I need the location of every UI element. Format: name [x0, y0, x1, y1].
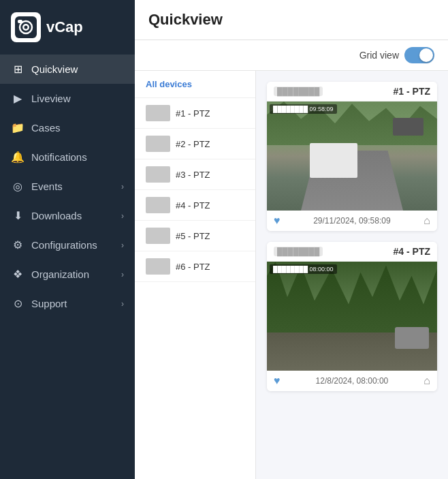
cam4-scene-bg: ████████ 08:00:00: [267, 262, 437, 371]
camera-4-image[interactable]: ████████ 08:00:00: [267, 262, 437, 371]
chevron-right-icon-5: ›: [121, 299, 124, 309]
device-thumbnail-3: [146, 166, 170, 183]
device-item-4[interactable]: #4 - PTZ: [135, 190, 255, 221]
device-name-6: #6 - PTZ: [176, 262, 210, 272]
camera-1-blur-label: ████████: [274, 87, 323, 96]
camera-1-image[interactable]: ████████ 09:58:09: [267, 102, 437, 211]
sidebar-item-organization[interactable]: ❖ Organization ›: [0, 260, 135, 289]
cam1-overlay-info: ████████ 09:58:09: [270, 104, 337, 114]
app-name: vCap: [46, 18, 83, 36]
camera-card-4: ████████ #4 - PTZ ████████ 08:00:00 ♥ 12…: [267, 242, 437, 391]
device-item-5[interactable]: #5 - PTZ: [135, 221, 255, 251]
device-item-1[interactable]: #1 - PTZ: [135, 98, 255, 129]
chevron-right-icon-4: ›: [121, 270, 124, 279]
sidebar-item-quickview[interactable]: ⊞ Quickview: [0, 55, 135, 84]
device-name-4: #4 - PTZ: [176, 200, 210, 211]
download-icon: ⬇: [11, 209, 25, 222]
page-title: Quickview: [148, 11, 223, 28]
svg-rect-4: [18, 20, 22, 23]
sidebar-label-quickview: Quickview: [31, 63, 124, 75]
home-icon-1[interactable]: ⌂: [423, 215, 430, 227]
camera-1-title: #1 - PTZ: [394, 86, 430, 97]
camera-grid: ████████ #1 - PTZ ████████ 09:58:09 ♥ 29…: [256, 71, 448, 479]
play-icon: ▶: [11, 92, 25, 105]
svg-point-3: [25, 26, 28, 29]
favorite-icon-1[interactable]: ♥: [274, 215, 281, 227]
chevron-right-icon-3: ›: [121, 241, 124, 250]
sidebar-label-notifications: Notifications: [31, 151, 124, 163]
org-icon: ❖: [11, 268, 25, 281]
cam4-car: [395, 327, 429, 349]
page-header: Quickview: [135, 0, 448, 40]
device-name-3: #3 - PTZ: [176, 170, 210, 180]
sidebar-item-downloads[interactable]: ⬇ Downloads ›: [0, 201, 135, 230]
camera-4-title: #4 - PTZ: [394, 246, 430, 257]
camera-1-footer: ♥ 29/11/2024, 09:58:09 ⌂: [267, 211, 437, 231]
device-thumbnail-2: [146, 136, 170, 152]
cam4-overlay-info: ████████ 08:00:00: [270, 264, 337, 274]
camera-4-blur-label: ████████: [274, 247, 323, 256]
sidebar-label-events: Events: [31, 181, 114, 192]
sidebar-item-notifications[interactable]: 🔔 Notifications: [0, 142, 135, 172]
camera-4-footer: ♥ 12/8/2024, 08:00:00 ⌂: [267, 371, 437, 391]
grid-icon: ⊞: [11, 63, 25, 76]
device-thumbnail-5: [146, 228, 170, 244]
device-item-2[interactable]: #2 - PTZ: [135, 129, 255, 159]
sidebar-item-cases[interactable]: 📁 Cases: [0, 113, 135, 142]
all-devices-header[interactable]: All devices: [135, 71, 255, 98]
content-area: All devices #1 - PTZ #2 - PTZ #3 - PTZ #…: [135, 71, 448, 479]
device-list: All devices #1 - PTZ #2 - PTZ #3 - PTZ #…: [135, 71, 256, 479]
device-name-5: #5 - PTZ: [176, 231, 210, 241]
sidebar-label-support: Support: [31, 298, 114, 309]
camera-card-1: ████████ #1 - PTZ ████████ 09:58:09 ♥ 29…: [267, 82, 437, 231]
sidebar-label-downloads: Downloads: [31, 210, 114, 221]
device-thumbnail-6: [146, 258, 170, 275]
bell-icon: 🔔: [11, 151, 25, 164]
chevron-right-icon: ›: [121, 182, 124, 191]
main-content: Quickview Grid view All devices #1 - PTZ…: [135, 0, 448, 479]
sidebar-label-configurations: Configurations: [31, 239, 114, 251]
device-item-6[interactable]: #6 - PTZ: [135, 251, 255, 282]
sidebar-item-events[interactable]: ◎ Events ›: [0, 172, 135, 201]
support-icon: ⊙: [11, 297, 25, 310]
chevron-right-icon-2: ›: [121, 211, 124, 221]
grid-view-toggle[interactable]: [404, 47, 434, 63]
camera-4-timestamp: 12/8/2024, 08:00:00: [316, 376, 389, 386]
device-name-1: #1 - PTZ: [176, 108, 210, 119]
sidebar-label-liveview: Liveview: [31, 93, 124, 104]
logo-icon: [11, 12, 41, 42]
camera-card-4-header: ████████ #4 - PTZ: [267, 242, 437, 262]
sidebar-item-support[interactable]: ⊙ Support ›: [0, 289, 135, 318]
device-name-2: #2 - PTZ: [176, 139, 210, 149]
circle-icon: ◎: [11, 180, 25, 193]
grid-view-label: Grid view: [359, 50, 399, 61]
favorite-icon-4[interactable]: ♥: [274, 375, 281, 387]
device-item-3[interactable]: #3 - PTZ: [135, 159, 255, 190]
sidebar-item-configurations[interactable]: ⚙ Configurations ›: [0, 230, 135, 260]
home-icon-4[interactable]: ⌂: [423, 375, 430, 387]
device-thumbnail-1: [146, 105, 170, 121]
camera-card-1-header: ████████ #1 - PTZ: [267, 82, 437, 102]
sidebar-label-cases: Cases: [31, 122, 124, 134]
sidebar: vCap ⊞ Quickview ▶ Liveview 📁 Cases 🔔 No…: [0, 0, 135, 479]
logo-area: vCap: [0, 0, 135, 55]
sidebar-item-liveview[interactable]: ▶ Liveview: [0, 84, 135, 113]
folder-icon: 📁: [11, 121, 25, 134]
cam1-van: [310, 143, 357, 178]
camera-1-timestamp: 29/11/2024, 09:58:09: [313, 216, 390, 226]
device-thumbnail-4: [146, 197, 170, 213]
settings-icon: ⚙: [11, 238, 25, 251]
cam1-scene-bg: ████████ 09:58:09: [267, 102, 437, 211]
sidebar-label-organization: Organization: [31, 268, 114, 280]
cam1-car: [393, 118, 423, 136]
grid-toggle-bar: Grid view: [135, 40, 448, 71]
